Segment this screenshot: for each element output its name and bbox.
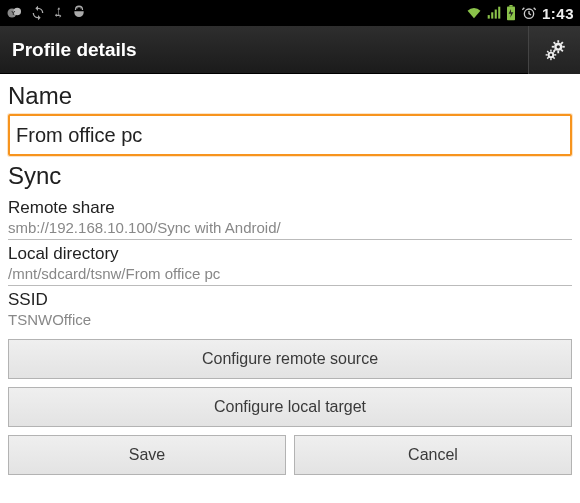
svg-rect-8 — [498, 7, 500, 19]
svg-rect-15 — [557, 50, 559, 52]
svg-rect-27 — [554, 54, 556, 55]
svg-rect-9 — [509, 5, 512, 7]
name-input-wrap[interactable] — [8, 114, 572, 156]
field-label: SSID — [8, 290, 572, 310]
settings-button[interactable] — [528, 26, 580, 74]
svg-text:Y: Y — [11, 10, 15, 16]
svg-point-4 — [80, 8, 81, 9]
field-ssid[interactable]: SSID TSNWOffice — [8, 286, 572, 331]
svg-rect-16 — [551, 45, 553, 47]
configure-local-button[interactable]: Configure local target — [8, 387, 572, 427]
gear-icon — [542, 37, 568, 63]
svg-rect-6 — [491, 12, 493, 18]
field-local-directory[interactable]: Local directory /mnt/sdcard/tsnw/From of… — [8, 240, 572, 286]
status-clock: 1:43 — [542, 5, 574, 22]
battery-icon — [506, 5, 516, 21]
signal-icon — [487, 6, 501, 20]
name-input[interactable] — [16, 124, 564, 147]
page-title: Profile details — [0, 39, 137, 61]
field-label: Local directory — [8, 244, 572, 264]
field-value: TSNWOffice — [8, 311, 572, 328]
svg-point-3 — [77, 8, 78, 9]
field-label: Remote share — [8, 198, 572, 218]
content-area: Name Sync Remote share smb://192.168.10.… — [0, 74, 580, 331]
debug-icon — [72, 5, 86, 21]
sync-icon — [30, 5, 46, 21]
configure-remote-button[interactable]: Configure remote source — [8, 339, 572, 379]
field-value: smb://192.168.10.100/Sync with Android/ — [8, 219, 572, 236]
section-title-sync: Sync — [8, 162, 572, 190]
usb-icon — [52, 5, 66, 21]
svg-rect-17 — [562, 45, 564, 47]
svg-rect-7 — [495, 10, 497, 19]
save-button[interactable]: Save — [8, 435, 286, 475]
status-right-icons: 1:43 — [466, 5, 574, 22]
svg-rect-25 — [550, 58, 551, 60]
status-bar: Y 1:43 — [0, 0, 580, 26]
notification-icon: Y — [6, 4, 24, 22]
svg-rect-24 — [550, 49, 551, 51]
field-remote-share[interactable]: Remote share smb://192.168.10.100/Sync w… — [8, 194, 572, 240]
cancel-button[interactable]: Cancel — [294, 435, 572, 475]
action-bar: Profile details — [0, 26, 580, 74]
button-area: Configure remote source Configure local … — [0, 331, 580, 475]
alarm-icon — [521, 5, 537, 21]
svg-rect-14 — [557, 40, 559, 42]
wifi-icon — [466, 6, 482, 20]
section-title-name: Name — [8, 82, 572, 110]
status-left-icons: Y — [6, 4, 86, 22]
svg-point-13 — [556, 45, 559, 48]
svg-rect-5 — [488, 15, 490, 19]
svg-point-23 — [549, 53, 552, 56]
svg-rect-26 — [545, 54, 547, 55]
field-value: /mnt/sdcard/tsnw/From office pc — [8, 265, 572, 282]
